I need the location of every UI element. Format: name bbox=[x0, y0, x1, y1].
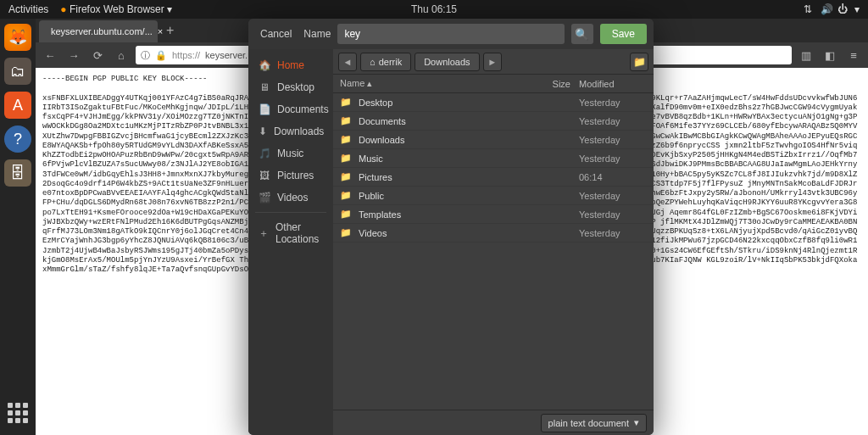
folder-icon: 📁 bbox=[340, 227, 353, 238]
sidebar-item-label: Home bbox=[277, 59, 304, 71]
path-segment-folder[interactable]: Downloads bbox=[415, 53, 479, 71]
folder-icon: 📁 bbox=[340, 97, 353, 108]
pictures-icon: 🖼 bbox=[259, 170, 270, 181]
forward-button[interactable]: → bbox=[64, 46, 83, 64]
sidebar-item-downloads[interactable]: ⬇Downloads bbox=[248, 120, 333, 142]
places-sidebar: 🏠Home 🖥Desktop 📄Documents ⬇Downloads 🎵Mu… bbox=[248, 49, 333, 435]
file-modified: 06:14 bbox=[579, 172, 647, 182]
dock-files[interactable]: 🗂 bbox=[4, 58, 31, 85]
app-menu[interactable]: ● Firefox Web Browser ▾ bbox=[60, 3, 172, 15]
folder-icon: 📁 bbox=[340, 134, 353, 145]
volume-icon[interactable]: 🔊 bbox=[821, 3, 829, 12]
documents-icon: 📄 bbox=[259, 103, 270, 115]
power-icon[interactable]: ⏻ bbox=[837, 3, 846, 12]
clock[interactable]: Thu 06:15 bbox=[411, 3, 457, 15]
sidebar-item-home[interactable]: 🏠Home bbox=[248, 54, 333, 76]
chevron-down-icon: ▾ bbox=[634, 417, 639, 428]
column-label: Name bbox=[340, 78, 364, 88]
reload-button[interactable]: ⟳ bbox=[88, 46, 107, 64]
path-bar: ◄ ⌂derrik Downloads ► 📁 bbox=[333, 49, 654, 75]
sidebar-item-pictures[interactable]: 🖼Pictures bbox=[248, 165, 333, 187]
separator bbox=[255, 212, 326, 213]
sidebar-item-documents[interactable]: 📄Documents bbox=[248, 98, 333, 120]
file-row[interactable]: 📁DocumentsYesterday bbox=[333, 112, 654, 131]
library-button[interactable]: ▥ bbox=[797, 46, 815, 64]
file-name: Downloads bbox=[359, 135, 537, 145]
filename-input[interactable] bbox=[337, 24, 564, 44]
sidebar-button[interactable]: ◧ bbox=[821, 46, 839, 64]
sidebar-item-label: Downloads bbox=[274, 125, 324, 137]
file-modified: Yesterday bbox=[579, 191, 647, 201]
file-name: Templates bbox=[359, 209, 537, 220]
menu-button[interactable]: ≡ bbox=[844, 46, 863, 64]
sidebar-item-videos[interactable]: 🎬Videos bbox=[248, 187, 333, 209]
dock-drawer[interactable]: 🗄 bbox=[4, 159, 31, 187]
search-icon: 🔍 bbox=[575, 28, 589, 41]
filetype-dropdown[interactable]: plain text document ▾ bbox=[541, 414, 647, 432]
sidebar-item-music[interactable]: 🎵Music bbox=[248, 142, 333, 165]
file-row[interactable]: 📁DesktopYesterday bbox=[333, 93, 654, 112]
dock-software[interactable]: A bbox=[4, 92, 31, 119]
home-icon: ⌂ bbox=[370, 57, 376, 67]
column-size[interactable]: Size bbox=[537, 79, 579, 89]
sidebar-item-desktop[interactable]: 🖥Desktop bbox=[248, 76, 333, 98]
file-list: 📁DesktopYesterday📁DocumentsYesterday📁Dow… bbox=[333, 93, 654, 410]
path-label: Downloads bbox=[424, 57, 470, 67]
chevron-down-icon[interactable]: ▾ bbox=[854, 3, 860, 15]
new-tab-button[interactable]: + bbox=[158, 23, 182, 38]
search-button[interactable]: 🔍 bbox=[571, 24, 593, 44]
path-segment-home[interactable]: ⌂derrik bbox=[360, 53, 411, 71]
column-modified[interactable]: Modified bbox=[579, 79, 647, 89]
home-button[interactable]: ⌂ bbox=[112, 46, 131, 64]
dock-firefox[interactable]: 🦊 bbox=[4, 24, 31, 51]
column-name[interactable]: Name ▴ bbox=[340, 78, 537, 89]
sidebar-item-label: Desktop bbox=[277, 81, 314, 93]
downloads-icon: ⬇ bbox=[259, 125, 267, 137]
launcher-dock: 🦊 🗂 A ? 🗄 bbox=[0, 19, 36, 435]
url-prefix: https:// bbox=[172, 50, 200, 60]
file-row[interactable]: 📁TemplatesYesterday bbox=[333, 205, 654, 224]
plus-icon: ＋ bbox=[259, 226, 269, 241]
file-name: Music bbox=[359, 153, 537, 164]
file-modified: Yesterday bbox=[579, 98, 647, 108]
cancel-button[interactable]: Cancel bbox=[255, 25, 297, 43]
sidebar-item-label: Pictures bbox=[277, 170, 314, 181]
browser-tab[interactable]: keyserver.ubuntu.com/... × bbox=[39, 20, 158, 42]
tab-title: keyserver.ubuntu.com/... bbox=[51, 26, 153, 36]
sidebar-item-label: Videos bbox=[277, 192, 308, 204]
dialog-header: Cancel Name 🔍 Save bbox=[248, 19, 654, 49]
path-back-button[interactable]: ◄ bbox=[338, 53, 357, 71]
show-applications[interactable] bbox=[4, 399, 31, 427]
save-button[interactable]: Save bbox=[600, 24, 647, 44]
folder-icon: 📁 bbox=[340, 190, 353, 201]
home-icon: 🏠 bbox=[259, 59, 270, 71]
sidebar-item-other-locations[interactable]: ＋Other Locations bbox=[248, 216, 333, 250]
dock-help[interactable]: ? bbox=[4, 125, 31, 153]
file-modified: Yesterday bbox=[579, 153, 647, 164]
shield-icon: ⓘ bbox=[141, 49, 150, 62]
file-row[interactable]: 📁Pictures06:14 bbox=[333, 168, 654, 187]
new-folder-button[interactable]: 📁 bbox=[630, 53, 648, 71]
file-name: Videos bbox=[359, 228, 537, 238]
path-forward-button[interactable]: ► bbox=[483, 53, 502, 71]
folder-icon: 📁 bbox=[340, 115, 353, 126]
column-headers: Name ▴ Size Modified bbox=[333, 75, 654, 93]
file-name: Documents bbox=[359, 116, 537, 126]
back-button[interactable]: ← bbox=[41, 46, 59, 64]
activities-button[interactable]: Activities bbox=[8, 3, 48, 15]
file-name: Public bbox=[359, 191, 537, 201]
network-icon[interactable]: ⇅ bbox=[804, 3, 812, 12]
save-file-dialog: Cancel Name 🔍 Save 🏠Home 🖥Desktop 📄Docum… bbox=[248, 19, 654, 435]
folder-icon: 📁 bbox=[340, 209, 353, 220]
desktop-icon: 🖥 bbox=[259, 81, 270, 93]
file-modified: Yesterday bbox=[579, 135, 647, 145]
dialog-footer: plain text document ▾ bbox=[333, 410, 654, 435]
file-row[interactable]: 📁DownloadsYesterday bbox=[333, 131, 654, 149]
name-label: Name bbox=[303, 28, 331, 40]
file-modified: Yesterday bbox=[579, 209, 647, 220]
file-row[interactable]: 📁VideosYesterday bbox=[333, 224, 654, 243]
file-row[interactable]: 📁MusicYesterday bbox=[333, 149, 654, 168]
music-icon: 🎵 bbox=[259, 148, 270, 159]
file-row[interactable]: 📁PublicYesterday bbox=[333, 187, 654, 205]
path-label: derrik bbox=[379, 57, 403, 67]
